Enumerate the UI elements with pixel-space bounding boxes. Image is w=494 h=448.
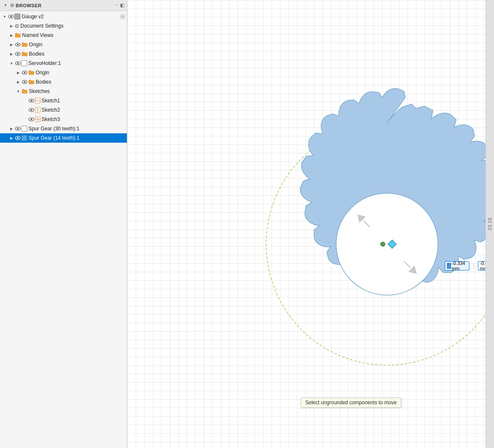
folder-icon-bodies-servo (28, 79, 35, 85)
tree-item-spur-30[interactable]: Spur Gear (30 teeth):1 (0, 124, 127, 133)
tree-item-named-views[interactable]: Named Views (0, 31, 127, 40)
expand-named-views[interactable] (8, 32, 14, 38)
eye-origin-top[interactable] (14, 41, 21, 48)
expand-bodies-top[interactable] (8, 51, 14, 57)
expand-servo-holder[interactable] (8, 60, 14, 66)
tree-item-sketch2[interactable]: Sketch2 (0, 105, 127, 115)
label-bodies-servo: Bodies (36, 79, 125, 85)
tree-item-origin-servo[interactable]: Origin (0, 68, 127, 77)
dim-separator: ⋮ (470, 262, 477, 269)
label-servo-holder: ServoHolder:1 (28, 60, 125, 66)
expand-gauge-v2[interactable] (2, 14, 8, 20)
tree-item-bodies-servo[interactable]: Bodies (0, 77, 127, 87)
browser-title: BROWSER (16, 3, 42, 8)
expand-sketches[interactable] (15, 88, 21, 94)
right-ruler: 23.10 (486, 0, 494, 448)
folder-icon-named-views (14, 32, 21, 39)
tree-item-servo-holder[interactable]: ServoHolder:1 (0, 59, 127, 68)
expand-origin-top[interactable] (8, 42, 14, 48)
canvas-area: ↔ -0.334 mm ⋮ -0.001 mm ⋮ ⊞ Select ungro… (127, 0, 494, 448)
label-named-views: Named Views (22, 32, 125, 38)
x-dimension-input[interactable]: ↔ -0.334 mm (445, 261, 469, 270)
eye-bodies-servo[interactable] (21, 79, 28, 85)
tree-item-sketch1[interactable]: Sketch1 (0, 96, 127, 105)
svg-point-23 (31, 118, 32, 120)
expand-spur-14[interactable] (8, 135, 14, 141)
label-sketch3: Sketch3 (42, 116, 125, 122)
svg-point-9 (17, 62, 19, 64)
eye-sketch2[interactable] (28, 107, 35, 113)
label-spur-14: Spur Gear (14 teeth):1 (28, 135, 125, 141)
tooltip-text: Select ungrounded components to move (305, 400, 396, 406)
svg-point-19 (31, 109, 32, 111)
svg-point-30 (17, 137, 19, 139)
browser-menu-btn[interactable]: ⋯ (115, 3, 119, 8)
component-icon-gauge-v2 (14, 14, 20, 20)
tree-item-bodies-top[interactable]: Bodies (0, 49, 127, 59)
tree-item-sketches[interactable]: Sketches (0, 87, 127, 96)
sketch-icon-2 (35, 107, 41, 113)
canvas-grid (127, 0, 494, 448)
browser-collapse-btn[interactable] (3, 3, 8, 8)
tree-item-gauge-v2[interactable]: Gauge v2 (0, 12, 127, 21)
folder-icon-bodies-top (21, 51, 28, 57)
label-origin-top: Origin (29, 42, 125, 48)
svg-point-3 (122, 16, 124, 17)
folder-icon-sketches (21, 88, 28, 95)
eye-sketch1[interactable] (28, 97, 35, 104)
tree-item-origin-top[interactable]: Origin (0, 40, 127, 49)
tree-item-sketch3[interactable]: Sketch3 (0, 115, 127, 124)
label-origin-servo: Origin (36, 70, 125, 76)
label-spur-30: Spur Gear (30 teeth):1 (28, 126, 125, 132)
eye-gauge-v2[interactable] (8, 13, 14, 20)
label-gauge-v2: Gauge v2 (22, 14, 119, 20)
component-icon-servo (21, 60, 27, 66)
browser-header: ⊞ BROWSER ⋯ ◧ (0, 0, 127, 11)
svg-point-1 (10, 16, 12, 17)
expand-origin-servo[interactable] (15, 70, 21, 76)
label-sketch1: Sketch1 (42, 98, 125, 104)
tree-item-spur-14[interactable]: Spur Gear (14 teeth):1 (0, 133, 127, 143)
eye-servo-holder[interactable] (14, 60, 21, 67)
folder-icon-origin-top (21, 41, 28, 48)
browser-collapse-side-btn[interactable]: ◧ (120, 3, 124, 8)
sketch-icon-1 (35, 98, 41, 104)
browser-panel: ⊞ BROWSER ⋯ ◧ Gauge v2 ⚙ Document Settin… (0, 0, 127, 448)
label-doc-settings: Document Settings (20, 23, 125, 29)
label-sketch2: Sketch2 (42, 107, 125, 113)
eye-bodies-top[interactable] (14, 51, 21, 57)
svg-point-7 (17, 53, 19, 55)
sketch-icon-3 (35, 116, 41, 122)
component-icon-spur-14 (21, 135, 27, 141)
ruler-value: 23.10 (488, 217, 492, 230)
x-dimension-value[interactable]: -0.334 mm (452, 261, 467, 271)
svg-point-13 (24, 81, 25, 83)
expand-doc-settings[interactable] (8, 23, 14, 29)
status-tooltip: Select ungrounded components to move (300, 397, 401, 408)
svg-point-28 (17, 128, 19, 130)
x-axis-icon: ↔ (447, 263, 451, 269)
eye-circle-icon (120, 14, 125, 19)
expand-bodies-servo[interactable] (15, 79, 21, 85)
expand-spur-30[interactable] (8, 126, 14, 132)
eye-origin-servo[interactable] (21, 69, 28, 76)
tree-item-doc-settings[interactable]: ⚙ Document Settings (0, 21, 127, 31)
eye-spur-30[interactable] (14, 125, 21, 132)
svg-point-5 (17, 44, 19, 45)
gear-icon: ⚙ (14, 23, 20, 29)
label-bodies-top: Bodies (29, 51, 125, 57)
folder-icon-origin-servo (28, 69, 35, 76)
svg-point-15 (31, 100, 32, 101)
eye-spur-14[interactable] (14, 135, 21, 141)
eye-sketch3[interactable] (28, 116, 35, 123)
browser-tree: Gauge v2 ⚙ Document Settings Named Views (0, 11, 127, 448)
component-icon-spur-30 (21, 126, 27, 132)
label-sketches: Sketches (29, 88, 125, 94)
svg-point-11 (24, 72, 25, 73)
